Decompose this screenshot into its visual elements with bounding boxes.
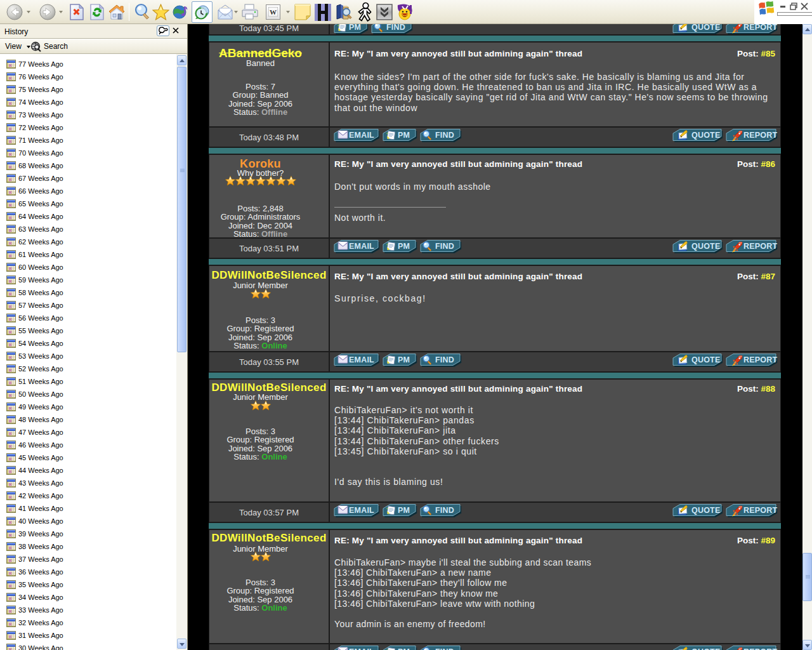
svg-text:W: W bbox=[270, 8, 277, 16]
